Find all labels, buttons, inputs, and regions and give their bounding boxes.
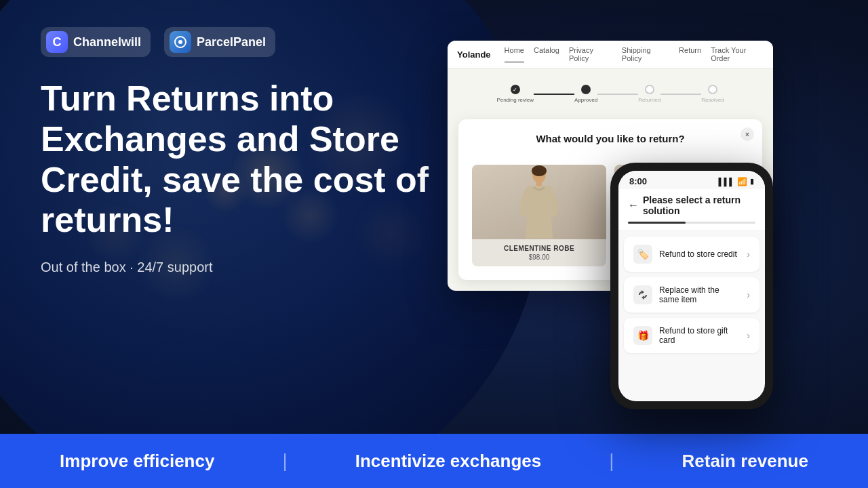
step-pending-label: Pending review — [496, 97, 534, 103]
bottom-banner: Improve efficiency | Incentivize exchang… — [0, 434, 868, 488]
solution-text-gift: Refund to store gift card — [659, 326, 740, 345]
solution-arrow-replace: › — [747, 289, 750, 300]
nav-track[interactable]: Track Your Order — [711, 46, 764, 62]
step-pending: ✓ — [511, 85, 520, 94]
phone-progress-line — [628, 222, 755, 224]
solution-arrow-gift: › — [747, 330, 750, 341]
phone-status-icons: ▌▌▌ 📶 ▮ — [719, 177, 754, 186]
nav-return[interactable]: Return — [679, 46, 701, 62]
product-info-1: CLEMENTINE ROBE $98.00 — [472, 239, 606, 266]
step-resolved — [708, 85, 717, 94]
banner-item-3: Retain revenue — [682, 451, 808, 472]
banner-divider-2: | — [609, 450, 614, 472]
parcelpanel-logo: ParcelPanel — [164, 27, 275, 57]
banner-divider-1: | — [282, 450, 287, 472]
modal-close-button[interactable]: × — [741, 127, 754, 141]
step-resolved-label: Resolved — [701, 97, 724, 103]
gift-card-icon: 🎁 — [633, 326, 652, 345]
channelwill-logo: C Channelwill — [41, 27, 151, 57]
product-person-1 — [517, 165, 561, 239]
parcelpanel-icon — [170, 31, 191, 53]
store-credit-icon: 🏷️ — [633, 245, 652, 264]
product-price-1: $98.00 — [477, 253, 601, 261]
banner-item-2: Incentivize exchanges — [355, 451, 542, 472]
solution-replace[interactable]: Replace with the same item › — [624, 277, 760, 312]
parcelpanel-name: ParcelPanel — [197, 35, 266, 49]
hero-subtext: Out of the box · 24/7 support — [41, 260, 434, 275]
nav-shipping[interactable]: Shipping Policy — [622, 46, 669, 62]
right-panel: Yolande Home Catalog Privacy Policy Ship… — [434, 27, 827, 413]
phone-time: 8:00 — [629, 176, 647, 186]
svg-point-3 — [532, 165, 547, 176]
solution-store-credit[interactable]: 🏷️ Refund to store credit › — [624, 237, 760, 272]
step-line-1 — [534, 94, 574, 95]
signal-icon: ▌▌▌ — [719, 178, 734, 186]
step-approved-label: Approved — [574, 97, 597, 103]
browser-nav: Yolande Home Catalog Privacy Policy Ship… — [457, 46, 764, 62]
phone-progress-fill — [628, 222, 686, 224]
step-returned-label: Returned — [638, 97, 660, 103]
phone-header-title: Please select a return solution — [643, 195, 755, 216]
solution-gift-card[interactable]: 🎁 Refund to store gift card › — [624, 318, 760, 353]
step-line-3 — [660, 94, 701, 95]
product-card-1: CLEMENTINE ROBE $98.00 — [472, 165, 606, 266]
step-approved — [581, 85, 591, 94]
nav-links: Home Catalog Privacy Policy Shipping Pol… — [505, 46, 764, 62]
browser-bar: Yolande Home Catalog Privacy Policy Ship… — [448, 41, 773, 68]
step-line-2 — [597, 94, 638, 95]
battery-icon: ▮ — [750, 177, 754, 186]
channelwill-icon: C — [46, 31, 68, 53]
solution-text-credit: Refund to store credit — [659, 249, 740, 259]
logo-row: C Channelwill ParcelPanel — [41, 27, 434, 57]
hero-headline: Turn Returns into Exchanges and Store Cr… — [41, 79, 434, 241]
site-name: Yolande — [457, 49, 491, 60]
banner-item-1: Improve efficiency — [60, 451, 214, 472]
back-arrow-icon[interactable]: ← — [628, 199, 639, 211]
phone-screen: 8:00 ▌▌▌ 📶 ▮ ← Please select a return so… — [618, 171, 765, 401]
solution-text-replace: Replace with the same item — [659, 285, 740, 304]
nav-catalog[interactable]: Catalog — [534, 46, 559, 62]
svg-point-1 — [178, 40, 182, 44]
product-img-1 — [472, 165, 606, 239]
modal-title: What would you like to return? × — [472, 133, 749, 144]
product-name-1: CLEMENTINE ROBE — [477, 245, 601, 252]
channelwill-name: Channelwill — [73, 35, 141, 49]
wifi-icon: 📶 — [737, 177, 747, 186]
step-returned — [645, 85, 654, 94]
phone-status-bar: 8:00 ▌▌▌ 📶 ▮ — [618, 171, 765, 189]
nav-home[interactable]: Home — [505, 46, 524, 62]
phone-mockup: 8:00 ▌▌▌ 📶 ▮ ← Please select a return so… — [610, 163, 773, 409]
replace-icon — [633, 285, 652, 304]
solution-arrow-credit: › — [747, 249, 750, 260]
progress-section: ✓ Pending review Approved — [458, 79, 762, 108]
phone-back-row: ← Please select a return solution — [628, 195, 755, 216]
left-panel: C Channelwill ParcelPanel Turn Returns i… — [41, 27, 434, 413]
solution-options: 🏷️ Refund to store credit › R — [618, 231, 765, 364]
phone-header: ← Please select a return solution — [618, 189, 765, 231]
nav-privacy[interactable]: Privacy Policy — [569, 46, 612, 62]
